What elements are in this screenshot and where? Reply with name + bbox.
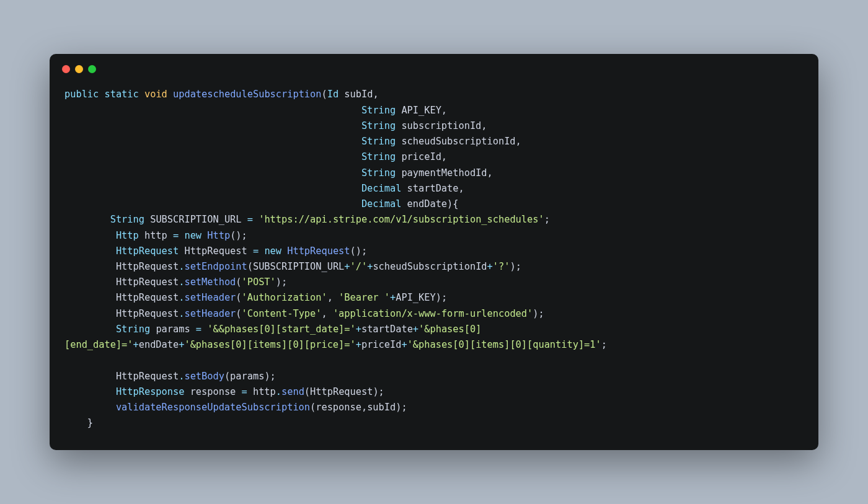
paren-open: (: [304, 386, 310, 397]
arg-httprequest: HttpRequest: [310, 386, 373, 397]
string-enddate: [end_date]=': [64, 339, 133, 350]
paren-close: );: [276, 276, 287, 288]
indent: [64, 183, 361, 194]
indent: [64, 371, 116, 382]
paren-close: ): [447, 198, 453, 210]
indent: [64, 308, 116, 319]
equals: =: [236, 386, 253, 397]
indent: [64, 276, 116, 288]
method-setheader: setHeader: [184, 308, 236, 319]
comma: ,: [441, 105, 447, 116]
brace-open: {: [453, 198, 458, 210]
type-string: String: [361, 120, 396, 131]
indent: [64, 245, 116, 257]
fn-validateresponse: validateResponseUpdateSubscription: [116, 402, 310, 413]
equals: =: [190, 324, 208, 335]
indent: [64, 105, 361, 116]
param-enddate: endDate: [407, 198, 447, 210]
paren-close: );: [436, 292, 447, 303]
indent: [64, 386, 116, 397]
type-decimal: Decimal: [361, 183, 401, 194]
plus: +: [356, 324, 361, 335]
method-setbody: setBody: [184, 371, 224, 382]
param-paymentmethodid: paymentMethodId: [401, 167, 487, 179]
brace-close: }: [87, 417, 93, 428]
maximize-icon[interactable]: [88, 65, 96, 73]
close-icon[interactable]: [62, 65, 70, 73]
code-content[interactable]: public static void updatescheduleSubscri…: [50, 78, 818, 449]
indent: [64, 198, 361, 210]
type-string: String: [116, 324, 150, 335]
method-setendpoint: setEndpoint: [184, 261, 247, 272]
paren-open: (: [310, 402, 316, 413]
paren-open: (: [224, 371, 230, 382]
indent: [64, 324, 116, 335]
comma: ,: [458, 183, 464, 194]
type-string: String: [110, 214, 144, 225]
arg-priceid: priceId: [361, 339, 401, 350]
keyword-new: new: [184, 230, 202, 241]
plus: +: [356, 339, 361, 350]
comma: ,: [321, 308, 332, 319]
string-post: 'POST': [242, 276, 276, 288]
comma: ,: [487, 167, 493, 179]
semi: ;: [544, 214, 550, 225]
plus: +: [487, 261, 493, 272]
keyword-new: new: [264, 245, 281, 257]
function-name: updatescheduleSubscription: [173, 89, 321, 100]
param-startdate: startDate: [407, 183, 459, 194]
string-url: 'https://api.stripe.com/v1/subscription_…: [259, 214, 544, 225]
paren-open: (: [236, 292, 241, 303]
arg-subid: subId: [367, 402, 396, 413]
plus: +: [401, 339, 407, 350]
param-scheudsubscriptionid: scheudSubscriptionId: [401, 136, 515, 147]
comma: ,: [481, 120, 487, 131]
method-setheader: setHeader: [184, 292, 236, 303]
arg-params: params: [230, 371, 264, 382]
param-apikey: API_KEY: [401, 105, 441, 116]
indent: [64, 136, 361, 147]
method-setmethod: setMethod: [184, 276, 236, 288]
var-httprequest: HttpRequest: [184, 245, 247, 257]
plus: +: [413, 324, 418, 335]
indent: [64, 417, 87, 428]
indent: [64, 167, 361, 179]
indent: [64, 120, 361, 131]
minimize-icon[interactable]: [75, 65, 83, 73]
obj-http: http: [253, 386, 276, 397]
string-bearer: 'Bearer ': [339, 292, 390, 303]
paren-close: );: [264, 371, 275, 382]
method-send: send: [281, 386, 304, 397]
type-id: Id: [327, 89, 339, 100]
parens: ();: [350, 245, 368, 257]
comma: ,: [441, 151, 447, 162]
string-phases0: '&phases[0]: [418, 324, 481, 335]
obj-httprequest: HttpRequest: [116, 371, 179, 382]
paren-close: );: [396, 402, 407, 413]
dot: .: [276, 386, 281, 397]
plus: +: [367, 261, 373, 272]
type-http: Http: [116, 230, 139, 241]
var-response: response: [190, 386, 236, 397]
string-urlencoded: 'application/x-www-form-urlencoded': [333, 308, 533, 319]
comma: ,: [373, 89, 378, 100]
var-http: http: [144, 230, 167, 241]
arg-subscriptionurl: SUBSCRIPTION_URL: [253, 261, 344, 272]
type-string: String: [361, 136, 396, 147]
comma: ,: [516, 136, 521, 147]
comma: ,: [361, 402, 367, 413]
paren-open: (: [247, 261, 253, 272]
plus: +: [344, 261, 350, 272]
plus: +: [133, 339, 139, 350]
keyword-void: void: [144, 89, 167, 100]
type-httpresponse: HttpResponse: [116, 386, 185, 397]
indent: [64, 214, 110, 225]
string-quantity: '&phases[0][items][0][quantity]=1': [407, 339, 601, 350]
paren-open: (: [236, 276, 241, 288]
indent: [64, 292, 116, 303]
type-string: String: [361, 151, 396, 162]
window-titlebar: [50, 54, 818, 78]
type-decimal: Decimal: [361, 198, 401, 210]
obj-httprequest: HttpRequest: [116, 276, 179, 288]
param-subscriptionid: subscriptionId: [401, 120, 481, 131]
